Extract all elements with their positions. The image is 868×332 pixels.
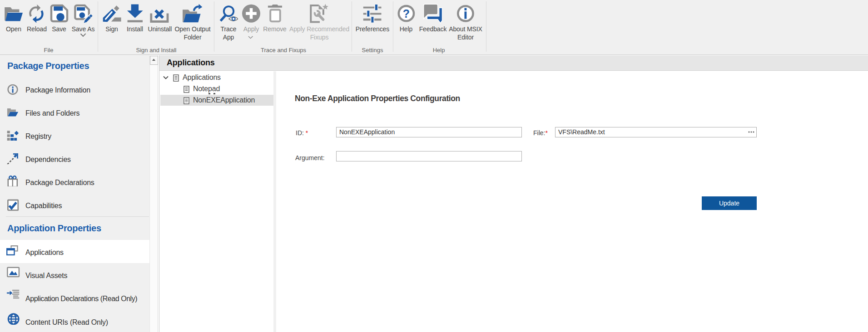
- svg-text:?: ?: [403, 7, 410, 20]
